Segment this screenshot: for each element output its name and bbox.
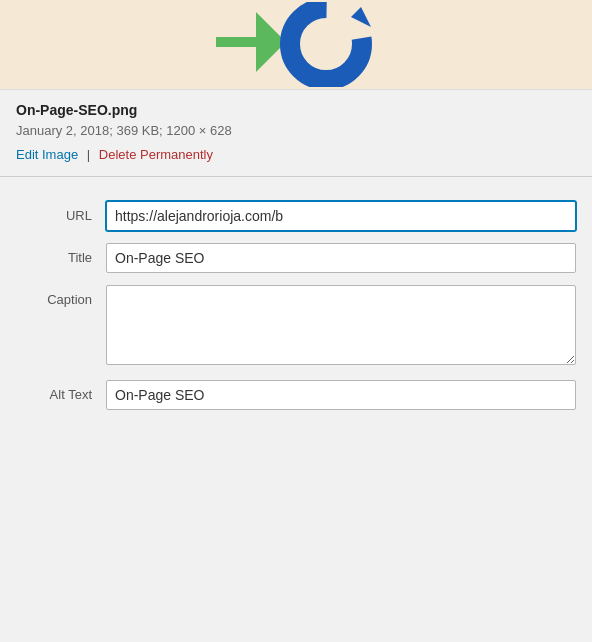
url-label: URL bbox=[16, 201, 106, 223]
file-name: On-Page-SEO.png bbox=[16, 102, 576, 118]
divider bbox=[0, 176, 592, 177]
url-input[interactable] bbox=[106, 201, 576, 231]
url-row: URL bbox=[16, 201, 576, 231]
svg-point-1 bbox=[290, 8, 362, 80]
delete-permanently-link[interactable]: Delete Permanently bbox=[99, 147, 213, 162]
title-row: Title bbox=[16, 243, 576, 273]
caption-row: Caption bbox=[16, 285, 576, 368]
page-wrapper: On-Page-SEO.png January 2, 2018; 369 KB;… bbox=[0, 0, 592, 438]
file-actions: Edit Image | Delete Permanently bbox=[16, 147, 576, 162]
caption-label: Caption bbox=[16, 285, 106, 307]
alt-text-row: Alt Text bbox=[16, 380, 576, 410]
form-section: URL Title Caption Alt Text bbox=[0, 193, 592, 438]
image-preview bbox=[0, 0, 592, 90]
title-control bbox=[106, 243, 576, 273]
alt-text-control bbox=[106, 380, 576, 410]
svg-marker-2 bbox=[351, 7, 371, 27]
caption-control bbox=[106, 285, 576, 368]
title-input[interactable] bbox=[106, 243, 576, 273]
title-label: Title bbox=[16, 243, 106, 265]
alt-text-input[interactable] bbox=[106, 380, 576, 410]
url-control bbox=[106, 201, 576, 231]
svg-marker-0 bbox=[216, 12, 286, 72]
file-meta: January 2, 2018; 369 KB; 1200 × 628 bbox=[16, 121, 576, 141]
image-preview-inner bbox=[0, 0, 592, 89]
file-info: On-Page-SEO.png January 2, 2018; 369 KB;… bbox=[0, 90, 592, 176]
caption-textarea[interactable] bbox=[106, 285, 576, 365]
preview-image bbox=[196, 2, 396, 87]
separator: | bbox=[87, 147, 90, 162]
edit-image-link[interactable]: Edit Image bbox=[16, 147, 78, 162]
alt-text-label: Alt Text bbox=[16, 380, 106, 402]
